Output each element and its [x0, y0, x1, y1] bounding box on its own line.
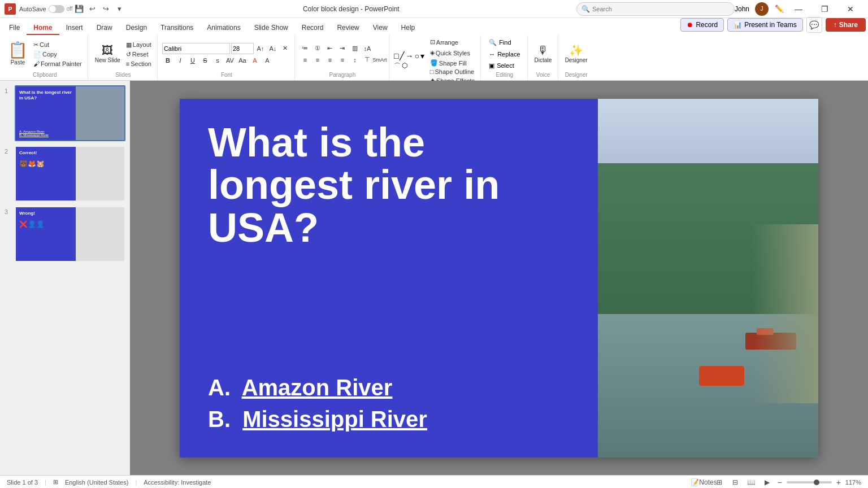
slide-thumbnail-3[interactable]: 3 Wrong! ❌👤👤 [5, 206, 125, 262]
slide-sorter-button[interactable]: ⊟ [730, 477, 741, 488]
tab-animations[interactable]: Animations [200, 21, 247, 35]
cut-button[interactable]: ✂ Cut [31, 41, 84, 49]
increase-indent-button[interactable]: ⇥ [337, 43, 348, 54]
redo-button[interactable]: ↪ [100, 3, 112, 15]
shape-fill-button[interactable]: 🪣 Shape Fill [428, 59, 477, 67]
italic-button[interactable]: I [175, 55, 186, 66]
columns-button[interactable]: ▥ [349, 43, 361, 54]
section-button[interactable]: ≡ Section [124, 60, 154, 68]
strikethrough-button[interactable]: S [199, 55, 211, 66]
align-right-button[interactable]: ≡ [324, 55, 336, 65]
more-shapes-icon[interactable]: ▾ [420, 51, 424, 60]
clear-format-button[interactable]: ✕ [280, 43, 291, 54]
font-size-input[interactable] [231, 43, 254, 54]
reading-view-button[interactable]: 📖 [745, 477, 757, 488]
slide-thumbnail-1[interactable]: 1 What is the longest river in USA? A. A… [5, 85, 125, 141]
customize-button[interactable]: ▾ [114, 3, 126, 15]
copy-button[interactable]: 📄 Copy [31, 50, 84, 59]
oval-icon[interactable]: ○ [414, 51, 419, 60]
layout-button[interactable]: ▦ Layout [124, 41, 154, 49]
designer-button[interactable]: ✨ Designer [563, 43, 590, 64]
shape-outline-button[interactable]: □ Shape Outline [428, 68, 477, 76]
pen-icon[interactable]: ✏️ [773, 3, 785, 15]
accessibility-button[interactable]: Accessibility: Investigate [144, 479, 211, 486]
smartart-button[interactable]: SmArt [374, 55, 385, 65]
arrow-icon[interactable]: → [405, 51, 413, 60]
slide-thumb-inner-1[interactable]: What is the longest river in USA? A. Ama… [15, 85, 125, 141]
change-case-button[interactable]: Aa [237, 55, 248, 66]
zoom-level[interactable]: 117% [845, 479, 861, 486]
zoom-slider[interactable] [787, 481, 832, 483]
tab-draw[interactable]: Draw [90, 21, 119, 35]
slide-thumb-inner-3[interactable]: Wrong! ❌👤👤 [15, 206, 125, 262]
zoom-out-button[interactable]: − [777, 478, 782, 487]
close-button[interactable]: ✕ [837, 0, 863, 18]
quick-styles-button[interactable]: ◈ Quick Styles [428, 48, 477, 58]
font-family-input[interactable] [162, 43, 230, 54]
shadow-button[interactable]: s [212, 55, 223, 66]
bold-button[interactable]: B [162, 55, 173, 66]
reset-button[interactable]: ↺ Reset [124, 50, 154, 59]
char-spacing-button[interactable]: AV [224, 55, 236, 66]
tab-help[interactable]: Help [394, 21, 422, 35]
undo-button[interactable]: ↩ [86, 3, 99, 15]
align-center-button[interactable]: ≡ [312, 55, 323, 65]
line-icon[interactable]: ╱ [400, 51, 404, 60]
tab-record[interactable]: Record [295, 21, 331, 35]
polygon-icon[interactable]: ⬡ [402, 62, 407, 71]
paste-button[interactable]: 📋 Paste [6, 41, 30, 67]
font-color-button[interactable]: A [249, 55, 261, 66]
line-spacing-button[interactable]: ↕ [349, 55, 361, 65]
numbering-button[interactable]: ① [312, 43, 323, 54]
new-slide-button[interactable]: 🖼 New Slide [93, 43, 123, 64]
increase-font-button[interactable]: A↑ [255, 43, 266, 54]
decrease-font-button[interactable]: A↓ [267, 43, 279, 54]
tab-slideshow[interactable]: Slide Show [248, 21, 295, 35]
save-button[interactable]: 💾 [73, 3, 85, 15]
normal-view-button[interactable]: ⊞ [714, 477, 725, 488]
slide-num-2: 2 [5, 148, 11, 155]
format-painter-label: Format Painter [41, 60, 82, 67]
autosave-toggle[interactable] [49, 5, 64, 13]
decrease-indent-button[interactable]: ⇤ [324, 43, 336, 54]
tab-view[interactable]: View [366, 21, 394, 35]
tab-home[interactable]: Home [27, 21, 59, 35]
arrange-button[interactable]: ⊡ Arrange [428, 37, 477, 47]
text-direction-button[interactable]: ↕A [362, 43, 373, 54]
tab-review[interactable]: Review [330, 21, 366, 35]
minimize-button[interactable]: — [785, 0, 811, 18]
present-teams-button[interactable]: 📊 Present in Teams [727, 18, 803, 32]
align-text-button[interactable]: ⊤ [362, 55, 373, 65]
share-button[interactable]: ↑ Share [826, 18, 866, 32]
restore-button[interactable]: ❐ [811, 0, 837, 18]
format-painter-button[interactable]: 🖌 Format Painter [31, 60, 84, 68]
search-area[interactable]: 🔍 [576, 2, 735, 16]
replace-button[interactable]: ↔ Replace [485, 50, 523, 59]
dictate-button[interactable]: 🎙 Dictate [532, 43, 554, 64]
curve-icon[interactable]: ⌒ [394, 62, 401, 71]
justify-button[interactable]: ≡ [337, 55, 348, 65]
tab-transitions[interactable]: Transitions [154, 21, 200, 35]
notes-button[interactable]: 📝 Notes [698, 477, 709, 488]
slide-thumbnail-2[interactable]: 2 Correct! 🐻🦊🐹 [5, 146, 125, 202]
zoom-in-button[interactable]: + [836, 478, 841, 487]
username: John [735, 5, 749, 13]
search-input[interactable] [592, 6, 730, 12]
rect-icon[interactable]: □ [394, 51, 398, 60]
tab-file[interactable]: File [2, 21, 27, 35]
bullets-button[interactable]: ≔ [300, 43, 311, 54]
undo-redo-area: 💾 ↩ ↪ ▾ [73, 3, 126, 15]
highlight-button[interactable]: A [262, 55, 273, 66]
slide-thumb-inner-2[interactable]: Correct! 🐻🦊🐹 [15, 146, 125, 202]
find-button[interactable]: 🔍 Find [485, 38, 523, 47]
underline-button[interactable]: U [187, 55, 198, 66]
comments-button[interactable]: 💬 [806, 17, 822, 33]
slide-canvas[interactable]: What is the longest river in USA? A. Ama… [180, 99, 818, 457]
tab-insert[interactable]: Insert [59, 21, 90, 35]
tab-design[interactable]: Design [119, 21, 154, 35]
slideshow-view-button[interactable]: ▶ [761, 477, 772, 488]
align-left-button[interactable]: ≡ [300, 55, 311, 65]
cut-icon: ✂ [33, 41, 38, 49]
record-button[interactable]: ⏺ Record [680, 18, 724, 32]
select-button[interactable]: ▣ Select [485, 61, 523, 71]
